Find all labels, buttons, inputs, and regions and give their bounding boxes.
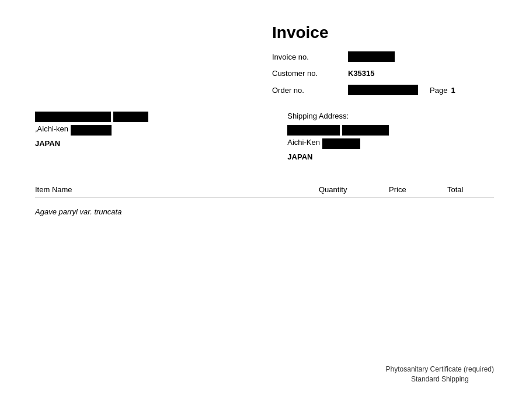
shipping-name-redacted <box>287 125 340 136</box>
billing-postal-redacted <box>71 125 112 136</box>
billing-extra-redacted <box>113 112 148 122</box>
shipping-city: Aichi-Ken <box>287 138 320 147</box>
col-header-item: Item Name <box>35 185 319 194</box>
items-table: Item Name Quantity Price Total Agave par… <box>35 185 494 220</box>
table-row: Agave parryi var. truncata <box>35 204 494 220</box>
item-total <box>447 207 494 216</box>
page-info: Page 1 <box>430 86 455 95</box>
order-no-row: Order no. Page 1 <box>272 85 494 95</box>
page-number: 1 <box>451 86 455 95</box>
invoice-meta: Invoice Invoice no. Customer no. K35315 … <box>272 23 494 102</box>
invoice-header: Invoice Invoice no. Customer no. K35315 … <box>35 23 494 102</box>
order-no-label: Order no. <box>272 86 348 95</box>
shipping-label: Shipping Address: <box>287 112 494 120</box>
invoice-no-label: Invoice no. <box>272 53 348 61</box>
shipping-line2: Aichi-Ken <box>287 138 494 149</box>
billing-name-redacted <box>35 112 111 122</box>
shipping-name2-redacted <box>342 125 389 136</box>
invoice-page: Invoice Invoice no. Customer no. K35315 … <box>0 0 529 420</box>
billing-line2: ,Aichi-ken <box>35 124 242 136</box>
billing-city: ,Aichi-ken <box>35 124 68 133</box>
item-name-value: Agave parryi var. truncata <box>35 207 319 216</box>
footer-line1: Phytosanitary Certificate (required) <box>386 365 494 373</box>
billing-line1 <box>35 112 242 122</box>
invoice-no-value-redacted <box>348 51 395 62</box>
footer-line2: Standard Shipping <box>386 375 494 383</box>
invoice-no-row: Invoice no. <box>272 51 494 62</box>
shipping-postal-redacted <box>322 138 360 149</box>
item-price <box>389 207 447 216</box>
billing-country: JAPAN <box>35 138 242 148</box>
col-header-total: Total <box>447 185 494 194</box>
item-qty <box>319 207 389 216</box>
order-no-value-redacted <box>348 85 418 95</box>
col-header-price: Price <box>389 185 447 194</box>
customer-no-value: K35315 <box>348 69 375 78</box>
billing-address-block: ,Aichi-ken JAPAN <box>35 112 242 162</box>
shipping-line1 <box>287 125 494 136</box>
invoice-footer: Phytosanitary Certificate (required) Sta… <box>386 365 494 385</box>
customer-no-label: Customer no. <box>272 69 348 78</box>
shipping-address-block: Shipping Address: Aichi-Ken JAPAN <box>287 112 494 162</box>
table-header-row: Item Name Quantity Price Total <box>35 185 494 198</box>
invoice-title: Invoice <box>272 23 328 41</box>
shipping-country: JAPAN <box>287 151 494 162</box>
page-label: Page <box>430 86 447 95</box>
col-header-qty: Quantity <box>319 185 389 194</box>
addresses-section: ,Aichi-ken JAPAN Shipping Address: Aichi… <box>35 112 494 162</box>
customer-no-row: Customer no. K35315 <box>272 69 494 78</box>
